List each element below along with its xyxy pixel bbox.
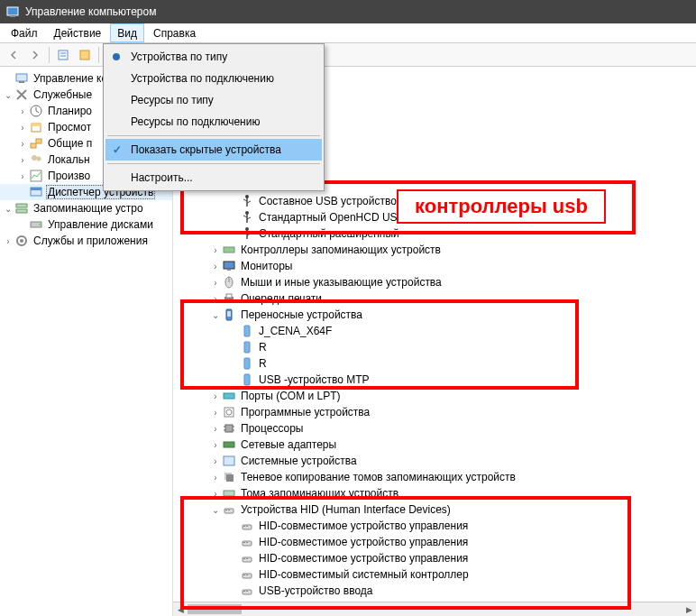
svg-rect-13	[31, 143, 36, 148]
expand-icon[interactable]: ›	[209, 262, 222, 271]
svg-rect-0	[7, 7, 18, 15]
tree-row[interactable]: HID-совместимое устройство управления	[173, 518, 696, 534]
dropdown-item[interactable]: Ресурсы по подключению	[105, 111, 322, 133]
expand-icon[interactable]: ›	[209, 440, 222, 450]
tree-row[interactable]: ›Службы и приложения	[0, 233, 172, 249]
collapse-icon[interactable]: ⌄	[209, 310, 222, 320]
tree-row[interactable]: ›Порты (COM и LPT)	[173, 388, 696, 404]
view-button[interactable]	[75, 45, 95, 65]
svg-rect-50	[225, 425, 233, 432]
tree-label: HID-совместимое устройство управления	[257, 536, 470, 548]
svg-rect-76	[243, 591, 245, 592]
tree-row[interactable]: ›Контроллеры запоминающих устройств	[173, 242, 696, 258]
tree-row[interactable]: HID-совместимое устройство управления	[173, 534, 696, 550]
menu-вид[interactable]: Вид	[110, 23, 144, 42]
tree-label: Мыши и иные указывающие устройства	[239, 276, 444, 289]
menubar: ФайлДействиеВидСправка	[0, 23, 696, 43]
tree-row[interactable]: Управление дисками	[0, 216, 172, 233]
collapse-icon[interactable]: ⌄	[2, 204, 14, 214]
tree-row[interactable]: ›Очереди печати	[173, 290, 696, 307]
menu-справка[interactable]: Справка	[146, 23, 203, 42]
dropdown-item[interactable]: Показать скрытые устройства	[105, 139, 322, 161]
menu-действие[interactable]: Действие	[47, 23, 109, 42]
svg-rect-42	[227, 311, 231, 317]
tree-row[interactable]: ⌄Переносные устройства	[173, 307, 696, 323]
tree-row[interactable]: ⌄Запоминающие устро	[0, 200, 172, 216]
svg-point-25	[20, 239, 23, 243]
expand-icon[interactable]: ›	[209, 456, 222, 466]
expand-icon[interactable]: ›	[209, 294, 222, 304]
tree-label: R	[257, 341, 269, 354]
tree-label: Теневое копирование томов запоминающих у…	[239, 471, 517, 483]
tree-row[interactable]: ›Программные устройства	[173, 404, 696, 420]
tree-row[interactable]: ›Тома запоминающих устройств	[173, 485, 696, 501]
expand-icon[interactable]: ›	[209, 408, 222, 418]
scroll-right-arrow[interactable]: ▶	[682, 602, 696, 616]
expand-icon[interactable]: ›	[209, 245, 222, 255]
menu-файл[interactable]: Файл	[4, 23, 45, 42]
tree-row[interactable]: ›Теневое копирование томов запоминающих …	[173, 469, 696, 485]
tree-row[interactable]: USB -устройство MTP	[173, 372, 696, 388]
expand-icon[interactable]: ›	[209, 391, 222, 401]
tree-row[interactable]: USB-устройство ввода	[173, 583, 696, 599]
app-icon	[5, 5, 20, 19]
svg-rect-46	[244, 374, 250, 385]
dropdown-item[interactable]: Устройства по типу	[105, 46, 322, 68]
svg-rect-47	[224, 393, 234, 399]
svg-rect-66	[243, 541, 252, 546]
expand-icon[interactable]: ›	[209, 278, 222, 288]
back-button[interactable]	[4, 45, 23, 65]
tree-row[interactable]: ›Мониторы	[173, 258, 696, 274]
hid-icon	[240, 535, 254, 549]
tree-label: Программные устройства	[239, 406, 371, 418]
collapse-icon[interactable]: ⌄	[209, 505, 222, 515]
tree-label: Процессоры	[239, 422, 306, 435]
tree-row[interactable]: ›Процессоры	[173, 420, 696, 437]
svg-rect-34	[224, 247, 234, 253]
tree-label: Сетевые адаптеры	[239, 438, 338, 451]
expand-icon[interactable]: ›	[16, 106, 29, 116]
port-icon	[222, 389, 236, 403]
svg-rect-45	[244, 358, 250, 369]
titlebar: Управление компьютером	[0, 0, 696, 23]
svg-rect-59	[224, 491, 234, 496]
tree-row[interactable]: ›Сетевые адаптеры	[173, 437, 696, 453]
expand-icon[interactable]: ›	[209, 473, 222, 483]
scroll-thumb[interactable]	[188, 604, 242, 614]
expand-icon[interactable]: ›	[209, 489, 222, 499]
tree-row[interactable]: ⌄Устройства HID (Human Interface Devices…	[173, 501, 696, 518]
usb-icon	[240, 194, 254, 208]
tree-label: J_CENA_X64F	[257, 325, 334, 337]
expand-icon[interactable]: ›	[16, 139, 29, 149]
tree-label: Мониторы	[239, 260, 294, 272]
services-icon	[14, 234, 29, 248]
svg-rect-43	[244, 326, 250, 336]
properties-button[interactable]	[53, 45, 73, 65]
tree-row[interactable]: R	[173, 355, 696, 372]
tree-row[interactable]: Стандартный расширенный	[173, 225, 696, 242]
dropdown-item[interactable]: Ресурсы по типу	[105, 89, 322, 111]
forward-button[interactable]	[25, 45, 45, 65]
tree-row[interactable]: ›Системные устройства	[173, 453, 696, 469]
expand-icon[interactable]: ›	[16, 123, 29, 133]
horizontal-scrollbar[interactable]: ◀ ▶	[173, 602, 696, 616]
svg-rect-40	[226, 294, 232, 298]
tree-row[interactable]: ›Мыши и иные указывающие устройства	[173, 274, 696, 290]
expand-icon[interactable]: ›	[209, 424, 222, 434]
storage-icon	[14, 201, 29, 216]
dropdown-item[interactable]: Устройства по подключению	[105, 68, 322, 89]
tree-row[interactable]: R	[173, 339, 696, 355]
dropdown-item[interactable]: Настроить...	[105, 167, 322, 188]
svg-rect-58	[226, 474, 234, 482]
tree-row[interactable]: HID-совместимый системный контроллер	[173, 566, 696, 583]
tree-row[interactable]: J_CENA_X64F	[173, 323, 696, 339]
expand-icon[interactable]: ›	[16, 155, 29, 165]
tree-label: Контроллеры запоминающих устройств	[239, 244, 443, 256]
collapse-icon[interactable]: ⌄	[2, 90, 14, 100]
expand-icon[interactable]: ›	[16, 171, 29, 181]
hid-icon	[240, 519, 254, 533]
tree-row[interactable]: HID-совместимое устройство управления	[173, 550, 696, 566]
expand-icon[interactable]: ›	[2, 236, 14, 246]
tree-label: Службы и приложения	[32, 234, 150, 247]
scroll-left-arrow[interactable]: ◀	[173, 602, 188, 616]
